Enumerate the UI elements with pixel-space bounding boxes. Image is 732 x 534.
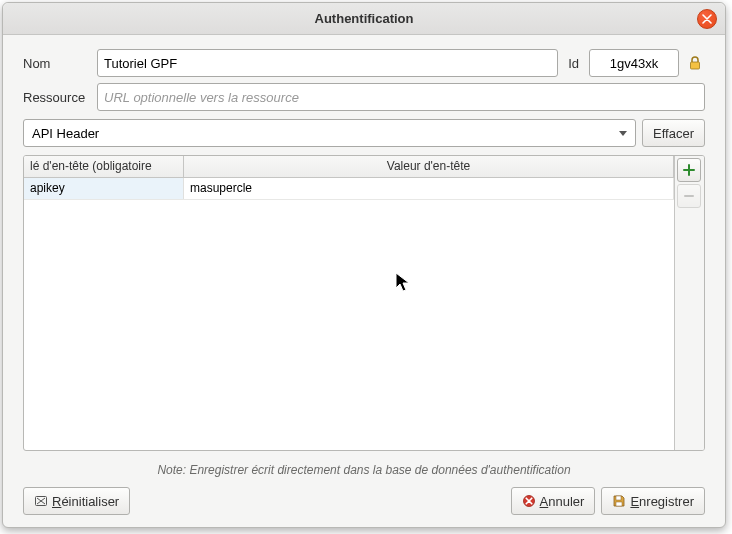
auth-type-select[interactable]: API Header [23,119,636,147]
table-header: lé d'en-tête (obligatoire Valeur d'en-tê… [24,156,674,178]
window-title: Authentification [315,11,414,26]
cancel-icon [522,494,536,508]
table-side-buttons [674,156,704,450]
svg-rect-4 [616,502,622,506]
cell-value[interactable]: masupercle [184,178,674,199]
lock-icon [685,53,705,73]
remove-row-button [677,184,701,208]
reset-button-label: Réinitialiser [52,494,119,509]
id-input[interactable] [589,49,679,77]
headers-table-panel: lé d'en-tête (obligatoire Valeur d'en-tê… [23,155,705,451]
svg-rect-0 [691,62,700,69]
cancel-button-label: Annuler [540,494,585,509]
table-body: apikey masupercle [24,178,674,450]
titlebar: Authentification [3,3,725,35]
cell-key[interactable]: apikey [24,178,184,199]
close-button[interactable] [697,9,717,29]
resource-label: Ressource [23,90,91,105]
headers-table: lé d'en-tête (obligatoire Valeur d'en-tê… [24,156,674,450]
auth-dialog: Authentification Nom Id Ressource [2,2,726,528]
column-header-key[interactable]: lé d'en-tête (obligatoire [24,156,184,177]
plus-icon [682,163,696,177]
save-button-label: Enregistrer [630,494,694,509]
id-label: Id [564,56,583,71]
save-icon [612,494,626,508]
clear-button[interactable]: Effacer [642,119,705,147]
reset-button[interactable]: Réinitialiser [23,487,130,515]
save-button[interactable]: Enregistrer [601,487,705,515]
auth-type-row: API Header Effacer [23,119,705,147]
dialog-content: Nom Id Ressource API Header Effacer [3,35,725,527]
name-label: Nom [23,56,91,71]
reset-icon [34,494,48,508]
svg-rect-3 [616,496,621,500]
resource-row: Ressource [23,83,705,111]
cancel-button[interactable]: Annuler [511,487,596,515]
name-row: Nom Id [23,49,705,77]
auth-type-value: API Header [32,126,99,141]
table-row[interactable]: apikey masupercle [24,178,674,200]
dialog-footer: Réinitialiser Annuler Enregistrer [23,487,705,515]
column-header-value[interactable]: Valeur d'en-tête [184,156,674,177]
close-icon [702,14,712,24]
add-row-button[interactable] [677,158,701,182]
name-input[interactable] [97,49,558,77]
minus-icon [682,189,696,203]
save-note: Note: Enregistrer écrit directement dans… [23,463,705,477]
resource-input[interactable] [97,83,705,111]
clear-button-label: Effacer [653,126,694,141]
